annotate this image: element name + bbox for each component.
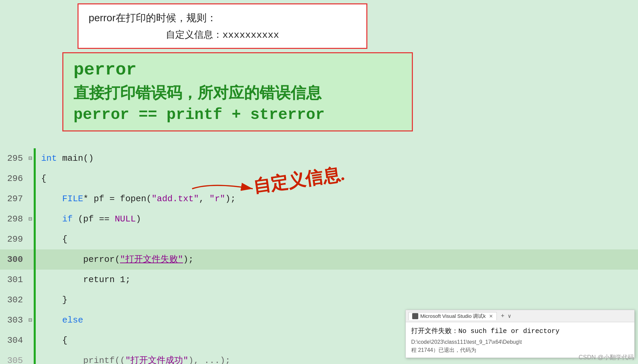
line-code-295: int main() (36, 148, 94, 169)
line-code-303: else (36, 310, 83, 330)
line-num-303: 303 (0, 310, 27, 330)
line-num-302: 302 (0, 290, 27, 310)
vs-tab-label: Microsoft Visual Studio 调试k (420, 313, 486, 320)
line-num-296: 296 (0, 169, 27, 189)
line-num-299: 299 (0, 229, 27, 249)
line-num-295: 295 (0, 148, 27, 169)
line-code-296: { (36, 169, 47, 189)
rule-title: perror在打印的时候，规则： (89, 11, 356, 25)
vs-tab-icon (412, 313, 418, 319)
perror-title: perror (73, 60, 402, 80)
green-explanation-box: perror 直接打印错误码，所对应的错误信息 perror == printf… (62, 52, 413, 131)
code-line-302: 302 } (0, 290, 638, 310)
line-num-298: 298 (0, 209, 27, 229)
code-line-298: 298 ⊟ if (pf == NULL) (0, 209, 638, 229)
line-code-304: { (36, 330, 67, 351)
line-marker-295: ⊟ (27, 148, 34, 169)
line-num-300: 300 (0, 249, 27, 270)
code-line-300: 300 perror("打开文件失败"); (0, 249, 638, 270)
line-num-305: 305 (0, 351, 27, 364)
vs-tab-plus-icon[interactable]: + (501, 313, 505, 320)
csdn-watermark: CSDN @小翻学代码 (579, 353, 634, 361)
code-line-301: 301 return 1; (0, 270, 638, 290)
line-num-297: 297 (0, 189, 27, 209)
vs-tab-close-icon[interactable]: ✕ (489, 313, 493, 319)
line-code-300: perror("打开文件失败"); (36, 249, 193, 270)
vs-tab-chevron-icon[interactable]: ∨ (508, 313, 511, 320)
line-code-305: printf(("打开文件成功"), ...); (36, 351, 231, 364)
vs-output-line2: D:\code\2023\class111\test_9_17\x64\Debu… (411, 338, 629, 354)
vs-output-panel: Microsoft Visual Studio 调试k ✕ + ∨ 打开文件失败… (405, 310, 635, 358)
line-code-301: return 1; (36, 270, 130, 290)
line-code-298: if (pf == NULL) (36, 209, 141, 229)
code-line-299: 299 { (0, 229, 638, 249)
perror-desc: 直接打印错误码，所对应的错误信息 (73, 83, 402, 103)
line-code-299: { (36, 229, 67, 249)
vs-tab[interactable]: Microsoft Visual Studio 调试k ✕ (408, 312, 497, 320)
top-explanation-box: perror在打印的时候，规则： 自定义信息：xxxxxxxxxx (78, 3, 367, 49)
line-marker-298: ⊟ (27, 209, 34, 229)
code-line-297: 297 FILE* pf = fopen("add.txt", "r"); (0, 189, 638, 209)
line-num-301: 301 (0, 270, 27, 290)
perror-formula: perror == printf + strerror (73, 106, 402, 124)
vs-output-line1: 打开文件失败：No such file or directory (411, 326, 629, 335)
line-code-302: } (36, 290, 67, 310)
rule-subtitle: 自定义信息：xxxxxxxxxx (89, 28, 356, 41)
line-marker-303: ⊟ (27, 310, 34, 330)
vs-panel-header: Microsoft Visual Studio 调试k ✕ + ∨ (406, 310, 634, 322)
main-container: perror在打印的时候，规则： 自定义信息：xxxxxxxxxx perror… (0, 0, 638, 364)
line-code-297: FILE* pf = fopen("add.txt", "r"); (36, 189, 236, 209)
vs-panel-body: 打开文件失败：No such file or directory D:\code… (406, 322, 634, 358)
line-num-304: 304 (0, 330, 27, 351)
